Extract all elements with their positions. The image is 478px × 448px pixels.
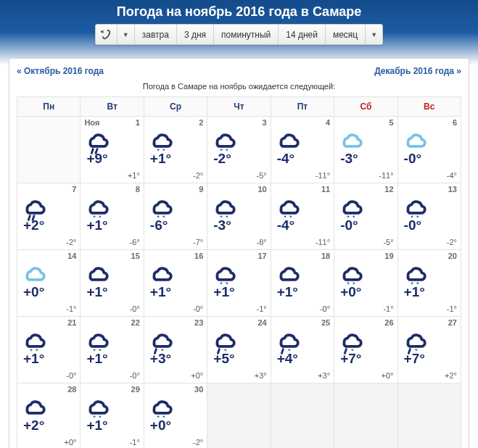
- rainmix-icon: *: [210, 330, 238, 350]
- calendar-cell[interactable]: 12 * * -0°-5°: [334, 183, 397, 250]
- calendar-cell[interactable]: 10 * * -3°-8°: [207, 183, 271, 250]
- calendar-cell[interactable]: 6 -0°-4°: [398, 117, 461, 183]
- tab-3days[interactable]: 3 дня: [177, 25, 214, 44]
- temp-high: -2°: [213, 151, 231, 167]
- snow-icon: * *: [337, 196, 365, 217]
- calendar-cell[interactable]: 26 * +7°+0°: [334, 317, 397, 383]
- month-nav: « Октябрь 2016 года Декабрь 2016 года »: [17, 66, 461, 76]
- temp-low: -0°: [130, 304, 140, 313]
- calendar-cell[interactable]: 28 +2°+0°: [17, 383, 81, 448]
- temp-low: +3°: [318, 371, 330, 380]
- day-number: 30: [194, 385, 203, 394]
- calendar-cell[interactable]: 18 +1°-0°: [271, 250, 334, 317]
- day-number: 2: [199, 118, 203, 127]
- day-number: 5: [389, 118, 393, 127]
- calendar-cell[interactable]: 1Ноя +9°+1°: [81, 117, 144, 183]
- calendar-cell[interactable]: 7 +2°-2°: [17, 183, 81, 250]
- dow-header: Пн: [17, 97, 81, 117]
- calendar-cell[interactable]: 24 * +5°+3°: [207, 317, 271, 383]
- calendar-cell[interactable]: 11 * * -4°-11°: [271, 183, 334, 250]
- day-number: 6: [453, 118, 457, 127]
- temp-high: +7°: [340, 351, 361, 367]
- calendar-cell[interactable]: 25 * +4°+3°: [271, 317, 334, 383]
- day-number: 8: [136, 185, 140, 194]
- forecast-subtitle: Погода в Самаре на ноябрь ожидается след…: [17, 82, 461, 91]
- calendar-cell[interactable]: 4 -4°-11°: [271, 117, 334, 183]
- rain-icon: [83, 130, 111, 150]
- temp-high: +1°: [277, 284, 298, 300]
- calendar-cell[interactable]: 2 * * +1°-2°: [144, 117, 207, 183]
- period-toolbar: ▼ завтра 3 дня поминутный 14 дней месяц …: [95, 24, 383, 45]
- cloud-lt-icon: [337, 130, 365, 150]
- day-number: 7: [72, 185, 76, 194]
- day-number: 26: [384, 318, 393, 327]
- day-number: 4: [326, 118, 330, 127]
- calendar-cell[interactable]: 17 * * +1°-1°: [207, 250, 271, 317]
- history-icon: [103, 29, 110, 40]
- temp-low: -11°: [316, 171, 330, 180]
- temp-low: -0°: [320, 304, 330, 313]
- temp-low: -1°: [66, 304, 76, 313]
- calendar-cell[interactable]: 14 +0°-1°: [17, 250, 81, 317]
- rainmix-icon: *: [401, 330, 429, 350]
- temp-high: +0°: [23, 284, 44, 300]
- temp-high: -4°: [277, 151, 295, 167]
- day-number: 13: [448, 185, 457, 194]
- day-number: 18: [321, 252, 330, 260]
- calendar-cell[interactable]: 23 * +3°+0°: [144, 317, 207, 383]
- calendar-cell[interactable]: 15 +1°-0°: [81, 250, 144, 317]
- temp-low: -2°: [66, 238, 76, 246]
- calendar-cell[interactable]: 16 +1°-0°: [144, 250, 207, 317]
- tab-minutely[interactable]: поминутный: [214, 25, 279, 44]
- calendar-cell[interactable]: 9 * * -6°-7°: [144, 183, 207, 250]
- snow-icon: * *: [83, 397, 111, 417]
- calendar-cell[interactable]: 3 * * -2°-5°: [207, 117, 271, 183]
- history-dropdown[interactable]: ▼: [118, 25, 135, 44]
- day-number: 23: [194, 318, 203, 327]
- temp-low: -1°: [383, 304, 393, 313]
- temp-high: +1°: [404, 284, 425, 300]
- calendar-cell[interactable]: 22 * * +1°-0°: [81, 317, 144, 383]
- calendar-cell[interactable]: 13 * * -0°-2°: [398, 183, 461, 250]
- snow-icon: * *: [210, 263, 238, 283]
- temp-high: +1°: [213, 284, 234, 300]
- snow-icon: * *: [401, 196, 429, 217]
- calendar-cell[interactable]: 30 * * +0°-2°: [144, 383, 207, 448]
- tab-14days[interactable]: 14 дней: [279, 25, 326, 44]
- temp-high: +1°: [150, 151, 171, 167]
- temp-low: +0°: [64, 438, 76, 447]
- calendar-cell[interactable]: 19 * * +0°-1°: [334, 250, 397, 317]
- history-button[interactable]: [96, 25, 118, 44]
- calendar-cell[interactable]: 27 * +7°+2°: [398, 317, 461, 383]
- calendar-cell[interactable]: 21 * * +1°-0°: [17, 317, 81, 383]
- calendar-cell[interactable]: 8 * * +1°-6°: [81, 183, 144, 250]
- snow-icon: * *: [20, 330, 48, 350]
- temp-low: -5°: [257, 171, 267, 180]
- snow-icon: * *: [401, 263, 429, 283]
- calendar-cell[interactable]: 20 * * +1°-1°: [398, 250, 461, 317]
- day-number: 15: [131, 252, 140, 260]
- temp-low: -2°: [447, 238, 457, 246]
- day-number: 16: [194, 252, 203, 260]
- calendar-cell[interactable]: 5 -3°-11°: [334, 117, 397, 183]
- more-dropdown[interactable]: ▼: [366, 25, 382, 44]
- calendar-cell-empty: [17, 117, 81, 183]
- snow-icon: * *: [147, 397, 175, 417]
- temp-low: -1°: [257, 304, 267, 313]
- snow-icon: * *: [337, 263, 365, 283]
- day-number: 3: [263, 118, 267, 127]
- tab-month[interactable]: месяц: [326, 25, 366, 44]
- day-number: 29: [131, 385, 140, 394]
- month-label: Ноя: [84, 118, 99, 127]
- temp-low: +2°: [445, 371, 457, 380]
- day-number: 19: [384, 252, 393, 260]
- prev-month-link[interactable]: « Октябрь 2016 года: [17, 66, 104, 76]
- temp-high: +3°: [150, 351, 171, 367]
- next-month-link[interactable]: Декабрь 2016 года »: [374, 66, 461, 76]
- tab-tomorrow[interactable]: завтра: [135, 25, 177, 44]
- calendar-cell[interactable]: 29 * * +1°-1°: [81, 383, 144, 448]
- temp-low: -2°: [193, 171, 203, 180]
- day-number: 10: [257, 185, 266, 194]
- day-number: 25: [321, 318, 330, 327]
- temp-low: -0°: [193, 304, 203, 313]
